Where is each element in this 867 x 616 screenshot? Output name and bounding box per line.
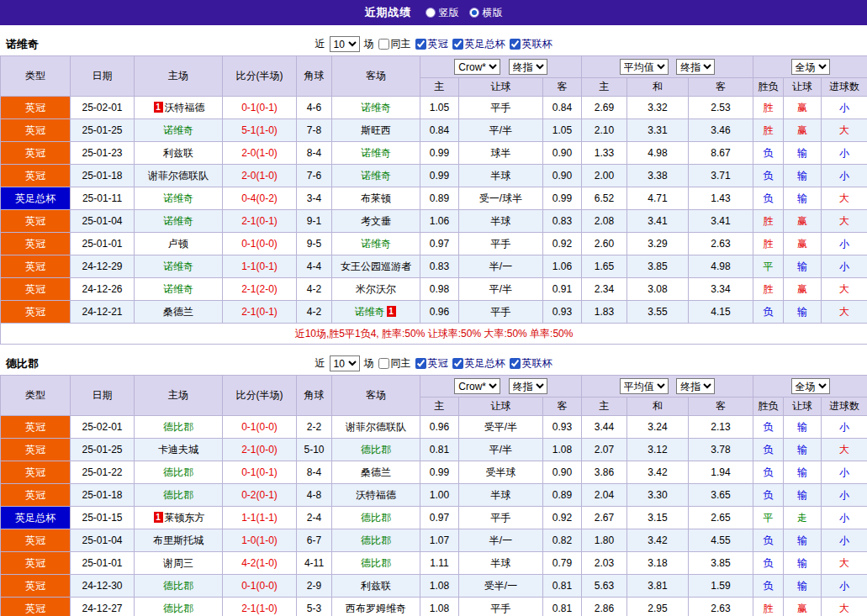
team-link[interactable]: 德比郡 [361,534,391,546]
same-home-filter[interactable]: 同主 [378,356,411,371]
score-cell[interactable]: 2-0(1-0) [223,142,297,165]
score-cell[interactable]: 2-1(0-0) [223,439,297,461]
layout-radio-option[interactable]: 横版 [469,6,503,20]
team-link[interactable]: 诺维奇 [361,147,391,159]
league-filter[interactable]: 英冠 [415,37,448,51]
odds-source-select[interactable]: Crow* [454,59,500,75]
score-cell[interactable]: 2-1(2-0) [223,278,297,301]
avg-stage-select[interactable]: 终指 [676,59,715,75]
avg-draw-cell: 3.42 [627,529,689,552]
league-filter[interactable]: 英足总杯 [452,356,505,371]
odds-handicap-cell: 球半 [459,142,543,165]
score-cell[interactable]: 0-4(0-2) [223,187,297,210]
team-link[interactable]: 利兹联 [361,580,391,592]
team-link[interactable]: 德比郡 [163,421,193,433]
team-link[interactable]: 德比郡 [361,512,391,524]
league-checkbox[interactable] [452,39,463,50]
score-cell[interactable]: 0-1(0-0) [223,575,297,598]
team-link[interactable]: 诺维奇 [361,238,391,250]
avg-stage-select[interactable]: 终指 [676,378,715,394]
layout-radio-option[interactable]: 竖版 [426,6,459,20]
league-checkbox[interactable] [510,358,521,369]
avg-source-select[interactable]: 平均值 [620,59,669,75]
team-link[interactable]: 布莱顿 [361,192,391,204]
result-cell: 负 [753,165,784,187]
team-link[interactable]: 德比郡 [163,489,193,501]
score-cell[interactable]: 0-2(0-1) [223,484,297,507]
league-checkbox[interactable] [452,358,463,369]
team-link[interactable]: 谢菲尔德联队 [148,170,209,182]
avg-draw-cell: 3.41 [627,210,689,233]
team-link[interactable]: 卡迪夫城 [158,444,198,455]
team-link[interactable]: 诺维奇 [163,261,193,272]
avg-source-select[interactable]: 平均值 [620,378,669,394]
team-link[interactable]: 诺维奇 [163,283,193,295]
score-cell[interactable]: 0-1(0-0) [223,233,297,255]
score-cell[interactable]: 1-1(0-1) [223,255,297,278]
team-link[interactable]: 德比郡 [163,603,193,614]
team-link[interactable]: 布里斯托城 [153,534,204,546]
same-home-checkbox[interactable] [378,358,389,369]
score-cell[interactable]: 2-1(0-1) [223,301,297,324]
team-link[interactable]: 诺维奇 [361,170,391,182]
avg-draw-cell: 3.15 [627,507,689,529]
match-count-select[interactable]: 10 [330,355,360,371]
odds-source-select[interactable]: Crow* [454,378,500,394]
match-count-select[interactable]: 10 [330,36,360,52]
team-link[interactable]: 德比郡 [163,580,193,592]
team-link[interactable]: 利兹联 [163,147,193,159]
score-cell[interactable]: 0-1(0-1) [223,461,297,484]
team-link[interactable]: 诺维奇 [163,192,193,204]
team-link[interactable]: 考文垂 [361,215,391,227]
score-cell[interactable]: 2-0(1-0) [223,165,297,187]
score-cell[interactable]: 1-0(1-0) [223,529,297,552]
team-link[interactable]: 诺维奇 [355,306,385,318]
team-link[interactable]: 诺维奇 [361,102,391,113]
team-link[interactable]: 桑德兰 [163,306,193,318]
score-cell[interactable]: 0-1(0-0) [223,416,297,439]
team-link[interactable]: 斯旺西 [361,124,391,136]
team-link[interactable]: 德比郡 [361,557,391,569]
league-checkbox[interactable] [415,358,426,369]
league-filter[interactable]: 英冠 [415,356,448,371]
same-home-checkbox[interactable] [378,39,389,50]
league-checkbox[interactable] [415,39,426,50]
team-link[interactable]: 德比郡 [361,444,391,455]
radio-icon[interactable] [469,8,479,18]
team-link[interactable]: 谢周三 [163,557,193,569]
score-cell[interactable]: 1-1(1-1) [223,507,297,529]
league-filter[interactable]: 英足总杯 [452,37,505,51]
result-cell: 负 [753,142,784,165]
team-link[interactable]: 莱顿东方 [165,512,205,524]
score-cell[interactable]: 5-1(1-0) [223,119,297,142]
fullmatch-select[interactable]: 全场 [791,59,830,75]
away-team-cell: 布莱顿 [332,187,420,210]
score-cell[interactable]: 2-1(0-1) [223,210,297,233]
radio-icon[interactable] [426,8,436,18]
goals-result-cell: 大 [822,278,867,301]
odds-stage-select[interactable]: 终指 [509,378,547,394]
team-link[interactable]: 德比郡 [163,466,193,478]
goals-result-cell: 大 [822,439,867,461]
fullmatch-select[interactable]: 全场 [791,378,830,394]
score-cell[interactable]: 2-1(1-0) [223,598,297,616]
league-filter[interactable]: 英联杯 [510,356,552,371]
avg-away-cell: 2.63 [689,233,753,255]
team-link[interactable]: 米尔沃尔 [356,283,396,295]
team-link[interactable]: 西布罗姆维奇 [346,603,406,614]
team-link[interactable]: 卢顿 [168,238,188,250]
same-home-filter[interactable]: 同主 [378,37,411,51]
team-link[interactable]: 女王公园巡游者 [341,261,411,272]
league-checkbox[interactable] [510,39,521,50]
team-link[interactable]: 沃特福德 [165,102,205,113]
team-link[interactable]: 桑德兰 [361,466,391,478]
team-link[interactable]: 诺维奇 [163,215,193,227]
odds-stage-select[interactable]: 终指 [509,59,547,75]
score-cell[interactable]: 0-1(0-1) [223,97,297,119]
league-filter[interactable]: 英联杯 [510,37,552,51]
team-link[interactable]: 诺维奇 [163,124,193,136]
col-header-odds-handicap: 让球 [459,398,543,416]
team-link[interactable]: 谢菲尔德联队 [346,421,406,433]
score-cell[interactable]: 4-2(1-0) [223,552,297,575]
team-link[interactable]: 沃特福德 [356,489,396,501]
